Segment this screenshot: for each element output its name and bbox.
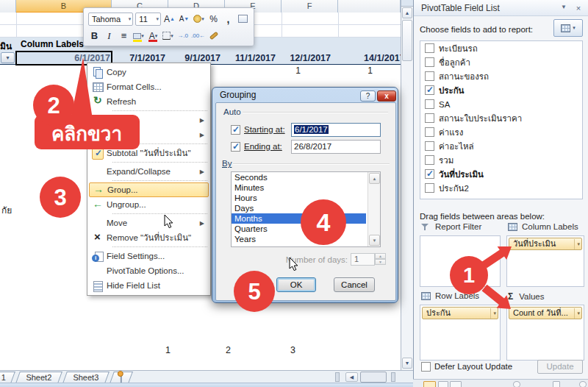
spinner-up-icon[interactable]: ▲ — [375, 253, 386, 259]
field-item-5[interactable]: สถานะใบประเมินราคา — [420, 111, 582, 125]
grow-font-button[interactable]: A▲ — [163, 13, 176, 26]
by-listbox[interactable]: SecondsMinutesHoursDaysMonthsQuartersYea… — [231, 171, 381, 247]
values-field-button[interactable]: Count of วันที่...▾ — [509, 307, 582, 319]
menu-item-0[interactable]: Copy — [89, 65, 209, 79]
scroll-left-icon[interactable]: ◀ — [345, 372, 358, 382]
menu-item-5[interactable]: Subtotal "วันที่ประเมิน" — [89, 146, 209, 160]
horizontal-scrollbar-thumb[interactable] — [360, 372, 387, 383]
field-item-0[interactable]: ทะเบียนรถ — [420, 41, 582, 55]
column-labels-box[interactable]: วันที่ประเมิน▾ — [506, 235, 584, 287]
row-labels-field-button[interactable]: ประกัน▾ — [422, 307, 498, 319]
field-item-7[interactable]: ค่าอะไหล่ — [420, 139, 582, 153]
center-button[interactable]: ≡ — [118, 29, 130, 43]
comma-style-button[interactable]: , — [222, 13, 234, 26]
field-checkbox-0[interactable] — [425, 43, 434, 53]
pivot-filter-dropdown[interactable]: ▾ — [1, 52, 15, 63]
field-item-1[interactable]: ชื่อลูกค้า — [420, 55, 582, 69]
starting-at-input[interactable]: 6/1/2017 — [291, 123, 381, 137]
update-button[interactable]: Update — [537, 360, 583, 374]
listbox-scrollbar[interactable]: ▲ ▼ — [368, 172, 380, 246]
menu-item-12[interactable]: PivotTable Options... — [89, 263, 209, 278]
field-item-8[interactable]: รวม — [420, 153, 582, 167]
scroll-down-icon[interactable]: ▼ — [369, 235, 380, 246]
menu-item-3[interactable]: ▶ — [89, 113, 209, 127]
pivot-date-cell[interactable]: 12/1/2017 — [265, 52, 331, 65]
zoom-in-icon[interactable] — [579, 381, 587, 387]
field-checkbox-8[interactable] — [425, 155, 434, 165]
percent-style-button[interactable]: % — [207, 13, 220, 26]
page-layout-icon[interactable] — [438, 381, 448, 387]
chevron-down-icon[interactable]: ▼ — [558, 4, 570, 14]
insert-worksheet-tab[interactable] — [110, 372, 133, 383]
field-list-layout-button[interactable]: ▾ — [553, 19, 583, 37]
ending-at-input[interactable]: 26/8/2017 — [291, 140, 381, 154]
defer-layout-checkbox[interactable] — [421, 362, 431, 372]
close-button[interactable]: x — [377, 90, 396, 102]
menu-item-1[interactable]: Format Cells... — [89, 79, 209, 94]
field-checkbox-1[interactable] — [425, 57, 434, 67]
menu-item-6[interactable]: Expand/Collapse▶ — [89, 164, 209, 179]
page-break-icon[interactable] — [450, 381, 462, 387]
column-header-F[interactable]: F — [282, 0, 338, 13]
by-option-quarters[interactable]: Quarters — [232, 224, 366, 234]
field-item-2[interactable]: สถานะของรถ — [420, 69, 582, 83]
menu-item-2[interactable]: Refresh — [89, 94, 209, 109]
zoom-slider-icon[interactable] — [553, 381, 560, 387]
italic-button[interactable]: I — [103, 29, 115, 43]
normal-view-icon[interactable] — [423, 381, 436, 387]
starting-at-checkbox[interactable] — [231, 125, 240, 135]
increase-decimal-button[interactable]: →.0 — [176, 29, 189, 43]
scroll-up-icon[interactable]: ▲ — [369, 173, 380, 184]
close-icon[interactable]: × — [573, 4, 584, 14]
help-button[interactable]: ? — [360, 90, 376, 102]
field-checkbox-4[interactable] — [425, 99, 434, 109]
field-checkbox-10[interactable] — [425, 183, 434, 193]
pivot-date-cell[interactable]: 14/1/2017 — [364, 52, 401, 65]
menu-item-11[interactable]: Field Settings... — [89, 249, 209, 263]
column-header-partial[interactable] — [338, 0, 401, 13]
fill-color-button[interactable]: ▾ — [132, 29, 145, 43]
spinner-down-icon[interactable]: ▼ — [375, 259, 386, 265]
vertical-scrollbar[interactable]: ▲ ▼ — [401, 0, 413, 370]
menu-item-10[interactable]: Remove "วันที่ประเมิน" — [89, 230, 209, 245]
row-labels-box[interactable]: ประกัน▾ — [420, 305, 501, 361]
by-option-minutes[interactable]: Minutes — [232, 182, 366, 193]
scroll-down-icon[interactable]: ▼ — [402, 358, 412, 369]
field-item-9[interactable]: วันที่ประเมิน — [420, 167, 582, 181]
menu-item-4[interactable]: ▶ — [89, 127, 209, 142]
shrink-font-button[interactable]: A▼ — [178, 13, 190, 26]
field-item-6[interactable]: ค่าแรง — [420, 125, 582, 139]
by-option-months[interactable]: Months — [232, 213, 366, 224]
cancel-button[interactable]: Cancel — [334, 277, 375, 292]
menu-item-7[interactable]: Group... — [89, 182, 209, 197]
merge-center-button[interactable] — [237, 13, 249, 26]
format-painter-button[interactable] — [207, 29, 220, 43]
menu-item-13[interactable]: Hide Field List — [89, 278, 209, 293]
number-of-days-input[interactable]: 1 — [351, 253, 375, 266]
scrollbar-thumb[interactable] — [402, 20, 412, 61]
decrease-decimal-button[interactable]: .00← — [191, 29, 205, 43]
by-option-days[interactable]: Days — [232, 203, 366, 213]
by-option-hours[interactable]: Hours — [232, 193, 366, 203]
field-item-3[interactable]: ประกัน — [420, 83, 582, 97]
report-filter-box[interactable] — [420, 235, 501, 287]
font-color-button[interactable]: A▾ — [147, 29, 159, 43]
field-checkbox-5[interactable] — [425, 113, 434, 123]
ending-at-checkbox[interactable] — [231, 142, 240, 152]
font-name-combo[interactable]: Tahoma▾ — [88, 13, 133, 26]
ok-button[interactable]: OK — [276, 277, 316, 292]
font-size-combo[interactable]: 11▾ — [135, 13, 161, 26]
field-checkbox-3[interactable] — [425, 85, 434, 95]
sheet-tab-sheet2[interactable]: Sheet2 — [15, 372, 62, 383]
column-header-partial[interactable] — [0, 0, 16, 13]
zoom-out-icon[interactable] — [513, 381, 520, 387]
scroll-up-icon[interactable]: ▲ — [402, 7, 412, 18]
accounting-format-button[interactable]: ▾ — [193, 13, 205, 26]
values-box[interactable]: Count of วันที่...▾ — [506, 305, 584, 361]
bold-button[interactable]: B — [88, 29, 101, 43]
field-item-10[interactable]: ประกัน2 — [420, 181, 582, 195]
column-labels-field-button[interactable]: วันที่ประเมิน▾ — [509, 238, 582, 250]
field-checkbox-7[interactable] — [425, 141, 434, 151]
tab-split-handle[interactable] — [335, 372, 340, 382]
number-of-days-spinner[interactable]: ▲ ▼ — [375, 253, 386, 266]
